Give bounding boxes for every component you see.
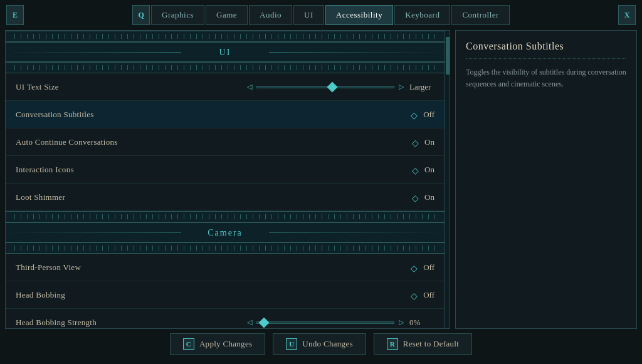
head-bobbing-label: Head Bobbing — [16, 290, 411, 300]
head-bobbing-icon — [411, 291, 419, 299]
ui-text-size-display: Larger — [409, 82, 434, 92]
ui-section-title: UI — [219, 48, 231, 57]
scrollbar-thumb[interactable] — [446, 37, 450, 75]
tab-game[interactable]: Game — [206, 5, 248, 25]
ui-text-size-slider[interactable] — [256, 86, 394, 88]
head-bobbing-row[interactable]: Head Bobbing Off — [6, 281, 445, 309]
head-bobbing-strength-label: Head Bobbing Strength — [16, 318, 245, 328]
top-navigation: Q Graphics Game Audio UI Accessibility K… — [0, 0, 642, 30]
camera-section-top-border — [6, 211, 445, 222]
auto-continue-label: Auto Continue Conversations — [16, 137, 412, 147]
detail-panel: Conversation Subtitles Toggles the visib… — [455, 30, 637, 329]
tab-graphics[interactable]: Graphics — [151, 5, 204, 25]
apply-key-badge: C — [183, 338, 194, 350]
conversation-subtitles-row[interactable]: Conversation Subtitles Off — [6, 101, 445, 128]
tab-ui[interactable]: UI — [293, 5, 324, 25]
ui-text-size-value: Larger — [245, 82, 434, 92]
auto-continue-display: On — [424, 137, 434, 147]
interaction-icons-display: On — [424, 165, 434, 175]
third-person-view-row[interactable]: Third-Person View Off — [6, 254, 445, 281]
apply-changes-label: Apply Changes — [199, 339, 252, 349]
conversation-subtitles-label: Conversation Subtitles — [16, 110, 411, 120]
nav-corner-e[interactable]: E — [6, 5, 24, 25]
settings-panel: UI UI Text Size Larger — [5, 30, 450, 329]
ui-text-size-row[interactable]: UI Text Size Larger — [6, 73, 445, 101]
camera-section-header: Camera — [6, 222, 445, 242]
tab-accessibility[interactable]: Accessibility — [325, 5, 393, 25]
scrollbar[interactable] — [445, 31, 450, 329]
conversation-subtitles-display: Off — [423, 110, 434, 120]
third-person-view-display: Off — [423, 263, 434, 273]
undo-key-badge: U — [286, 338, 297, 350]
auto-continue-icon — [412, 138, 421, 147]
third-person-view-icon — [411, 263, 419, 272]
loot-shimmer-icon — [412, 193, 421, 202]
reset-default-button[interactable]: R Reset to Default — [374, 333, 472, 355]
conversation-subtitles-icon — [411, 110, 419, 119]
undo-changes-button[interactable]: U Undo Changes — [273, 333, 366, 355]
nav-corner-q[interactable]: Q — [132, 5, 150, 25]
ui-section-bottom-border — [6, 62, 445, 73]
camera-section-title: Camera — [208, 228, 243, 237]
ui-text-size-label: UI Text Size — [16, 82, 245, 92]
head-bobbing-strength-value: 0% — [245, 318, 434, 328]
head-bobbing-strength-display: 0% — [409, 318, 434, 328]
interaction-icons-value: On — [412, 165, 434, 175]
loot-shimmer-value: On — [412, 192, 434, 202]
tab-keyboard[interactable]: Keyboard — [394, 5, 450, 25]
settings-content: UI UI Text Size Larger — [6, 31, 450, 329]
loot-shimmer-display: On — [424, 192, 434, 202]
tab-audio[interactable]: Audio — [249, 5, 292, 25]
head-bobbing-strength-row[interactable]: Head Bobbing Strength 0% — [6, 309, 445, 329]
loot-shimmer-row[interactable]: Loot Shimmer On — [6, 184, 445, 211]
reset-default-label: Reset to Default — [403, 339, 459, 349]
head-bobbing-display: Off — [423, 290, 434, 300]
bottom-bar: C Apply Changes U Undo Changes R Reset t… — [0, 329, 642, 359]
main-layout: UI UI Text Size Larger — [0, 30, 642, 329]
head-bobbing-strength-slider[interactable] — [256, 321, 394, 324]
ui-section-header: UI — [6, 42, 445, 62]
undo-changes-label: Undo Changes — [302, 339, 353, 349]
third-person-view-value: Off — [411, 263, 434, 273]
settings-list: UI UI Text Size Larger — [6, 31, 445, 329]
auto-continue-row[interactable]: Auto Continue Conversations On — [6, 128, 445, 156]
interaction-icons-label: Interaction Icons — [16, 165, 412, 175]
apply-changes-button[interactable]: C Apply Changes — [170, 333, 265, 355]
head-bobbing-value: Off — [411, 290, 434, 300]
tab-controller[interactable]: Controller — [451, 5, 509, 25]
auto-continue-value: On — [412, 137, 434, 147]
camera-section-bottom-border — [6, 242, 445, 254]
conversation-subtitles-value: Off — [411, 110, 434, 120]
nav-corner-x[interactable]: X — [618, 5, 636, 25]
third-person-view-label: Third-Person View — [16, 263, 411, 273]
loot-shimmer-label: Loot Shimmer — [16, 192, 412, 202]
reset-key-badge: R — [387, 338, 398, 350]
ui-section-top-border — [6, 31, 445, 42]
detail-panel-title: Conversation Subtitles — [466, 41, 626, 59]
detail-panel-description: Toggles the visibility of subtitles duri… — [466, 66, 626, 90]
interaction-icons-icon — [412, 165, 421, 174]
interaction-icons-row[interactable]: Interaction Icons On — [6, 156, 445, 184]
